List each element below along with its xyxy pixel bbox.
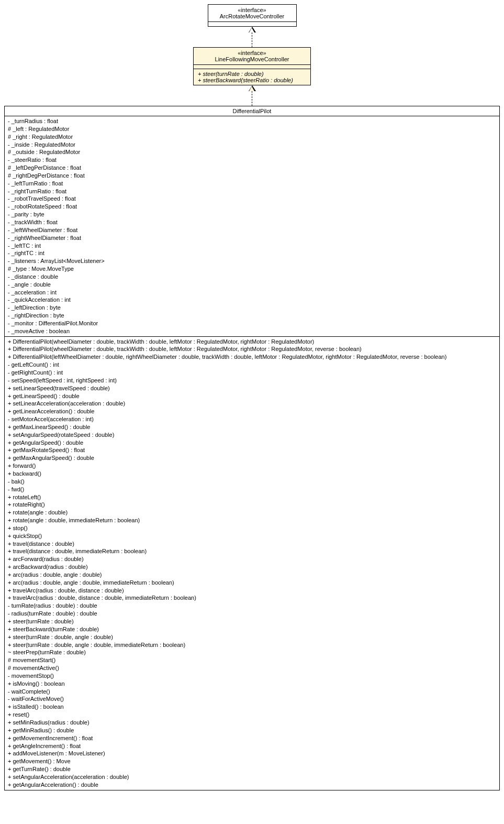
operation: + rotate(angle : double, immediateReturn… [8,517,496,524]
operation: + getMovement() : Move [8,757,496,765]
operation: + steer(turnRate : double, angle : doubl… [8,641,496,649]
operation: + getMaxLinearSpeed() : double [8,423,496,431]
operation: + steerBackward(steerRatio : double) [198,77,306,83]
attribute: # _left : RegulatedMotor [8,125,496,133]
operation: + quickStop() [8,532,496,540]
operation: + arc(radius : double, angle : double) [8,571,496,579]
attribute: - _leftDirection : byte [8,304,496,312]
attribute: - _moveActive : boolean [8,327,496,335]
operation: + setLinearSpeed(travelSpeed : double) [8,384,496,392]
operation: + travelArc(radius : double, distance : … [8,594,496,602]
operation: + arc(radius : double, angle : double, i… [8,579,496,587]
operation: + getAngularAcceleration() : double [8,781,496,789]
interface-name: LineFollowingMoveController [201,56,303,62]
attribute: # _leftDegPerDistance : float [8,164,496,172]
operation: + DifferentialPilot(leftWheelDiameter : … [8,353,496,361]
operation: + getTurnRate() : double [8,765,496,773]
interface-linefollowing: «interface» LineFollowingMoveController … [193,47,311,85]
hollow-arrow-icon [249,27,256,32]
attribute: - _rightDirection : byte [8,312,496,320]
operation: # movementStart() [8,656,496,664]
operation: - waitComplete() [8,688,496,696]
operation: # movementActive() [8,664,496,672]
operation: + DifferentialPilot(wheelDiameter : doub… [8,338,496,346]
operation: + steer(turnRate : double) [8,618,496,625]
operation: - setMotorAccel(acceleration : int) [8,415,496,423]
uml-diagram: «interface» ArcRotateMoveController «int… [4,4,500,790]
attribute: # _outside : RegulatedMotor [8,148,496,156]
operation-compartment: + DifferentialPilot(wheelDiameter : doub… [5,337,499,790]
stereotype-label: «interface» [201,50,303,56]
attribute: - _robotTravelSpeed : float [8,195,496,203]
operation: + DifferentialPilot(wheelDiameter : doub… [8,345,496,353]
attribute: # _right : RegulatedMotor [8,133,496,141]
operation: + forward() [8,462,496,470]
attribute: - _turnRadius : float [8,117,496,125]
operation: ~ steerPrep(turnRate : double) [8,649,496,656]
interface-arcrotate: «interface» ArcRotateMoveController [208,4,297,27]
class-differentialpilot: DifferentialPilot - _turnRadius : float#… [4,106,500,790]
operation: + reset() [8,711,496,719]
attribute: - _distance : double [8,273,496,281]
realization-connector-2 [249,85,256,106]
operation: + steer(turnRate : double) [198,71,306,77]
attribute: - _rightTurnRatio : float [8,188,496,195]
operation: + steer(turnRate : double, angle : doubl… [8,633,496,641]
operation: - bak() [8,478,496,486]
operation: - fwd() [8,486,496,493]
attribute: - _quickAcceleration : int [8,296,496,304]
attribute: - _parity : byte [8,211,496,218]
operation-compartment: + steer(turnRate : double) + steerBackwa… [194,69,310,85]
attribute: - _listeners : ArrayList<MoveListener> [8,257,496,265]
attribute: # _type : Move.MoveType [8,265,496,273]
attribute: - _acceleration : int [8,289,496,296]
attribute: - _monitor : DifferentialPilot.Monitor [8,320,496,327]
operation: + setAngularAcceleration(acceleration : … [8,773,496,781]
operation: + rotateRight() [8,501,496,509]
operation: + getMovementIncrement() : float [8,734,496,742]
operation: + backward() [8,470,496,478]
operation: - getRightCount() : int [8,369,496,377]
operation: + getMaxAngularSpeed() : double [8,454,496,462]
operation: + getLinearAcceleration() : double [8,408,496,415]
attribute: - _angle : double [8,281,496,289]
attribute: - _trackWidth : float [8,218,496,226]
attribute: - _rightWheelDiameter : float [8,234,496,242]
dashed-line [252,32,252,47]
attribute-compartment: - _turnRadius : float# _left : Regulated… [5,116,499,337]
operation: + getMinRadius() : double [8,727,496,734]
attribute: # _rightDegPerDistance : float [8,172,496,180]
hollow-arrow-icon [249,85,256,91]
operation: - turnRate(radius : double) : double [8,602,496,610]
operation: + isStalled() : boolean [8,703,496,711]
operation: + travelArc(radius : double, distance : … [8,587,496,595]
operation: + isMoving() : boolean [8,680,496,688]
dashed-line [252,91,252,106]
operation: + travel(distance : double) [8,540,496,548]
operation: + setLinearAcceleration(acceleration : d… [8,400,496,408]
operation: + addMoveListener(m : MoveListener) [8,750,496,757]
operation: + rotate(angle : double) [8,509,496,517]
stereotype-label: «interface» [216,7,289,13]
operation: - movementStop() [8,672,496,680]
operation: + rotateLeft() [8,493,496,501]
operation: - radius(turnRate : double) : double [8,610,496,618]
operation: + arcBackward(radius : double) [8,563,496,571]
realization-connector-1 [249,27,256,47]
operation: + setMinRadius(radius : double) [8,719,496,727]
operation: + stop() [8,524,496,532]
operation: + arcForward(radius : double) [8,555,496,563]
operation: + getAngleIncrement() : float [8,742,496,750]
attribute: - _rightTC : int [8,249,496,257]
attribute: - _leftTC : int [8,242,496,250]
attribute: - _leftWheelDiameter : float [8,226,496,234]
operation: + setAngularSpeed(rotateSpeed : double) [8,431,496,439]
operation: + steerBackward(turnRate : double) [8,625,496,633]
attribute: - _steerRatio : float [8,156,496,164]
operation: + getLinearSpeed() : double [8,392,496,400]
operation: - setSpeed(leftSpeed : int, rightSpeed :… [8,377,496,384]
operation: + travel(distance : double, immediateRet… [8,547,496,555]
attribute: - _leftTurnRatio : float [8,180,496,188]
operation: + getMaxRotateSpeed() : float [8,446,496,454]
operation: - waitForActiveMove() [8,695,496,703]
